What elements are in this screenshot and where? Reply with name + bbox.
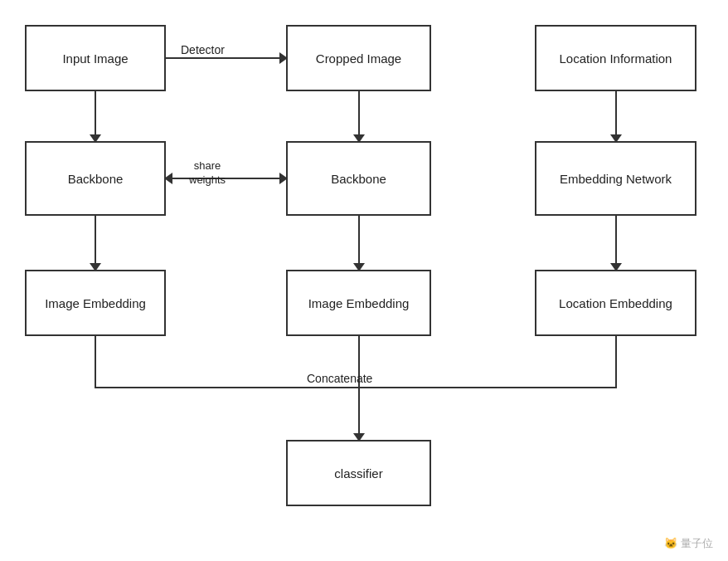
concat-horizontal (95, 387, 617, 388)
location-info-box: Location Information (535, 25, 696, 91)
input-image-box: Input Image (25, 25, 166, 91)
detector-arrowhead (279, 52, 288, 64)
location-embed-box: Location Embedding (535, 270, 696, 336)
concat-left-vertical (95, 336, 96, 388)
cropped-to-backbone-arrowhead (353, 134, 365, 143)
backbone-right-to-embed-arrowhead (353, 263, 365, 271)
image-embed-right-label: Image Embedding (308, 295, 410, 312)
backbone-left-to-embed-line (95, 216, 96, 270)
location-embed-label: Location Embedding (559, 295, 672, 312)
input-to-backbone-arrowhead (90, 134, 101, 143)
location-info-label: Location Information (560, 50, 672, 67)
embedding-network-label: Embedding Network (560, 170, 672, 188)
embedding-to-location-embed-arrowhead (610, 263, 622, 271)
backbone-right-box: Backbone (286, 141, 431, 216)
classifier-box: classifier (286, 440, 431, 506)
image-embed-left-label: Image Embedding (45, 295, 146, 312)
input-image-label: Input Image (62, 50, 128, 67)
share-weights-label: shareweights (189, 159, 226, 188)
backbone-right-label: Backbone (331, 170, 386, 188)
location-to-embedding-arrowhead (610, 134, 622, 143)
detector-arrow-line (166, 57, 286, 59)
diagram: Input Image Cropped Image Location Infor… (0, 0, 728, 561)
concat-to-classifier-arrowhead (353, 433, 365, 441)
watermark: 🐱 量子位 (664, 536, 713, 551)
image-embed-right-box: Image Embedding (286, 270, 431, 336)
backbone-left-label: Backbone (68, 170, 124, 188)
backbone-right-to-embed-line (358, 216, 360, 270)
embedding-to-location-embed-line (615, 216, 617, 270)
cropped-image-label: Cropped Image (316, 50, 401, 67)
backbone-left-box: Backbone (25, 141, 166, 216)
detector-label: Detector (181, 43, 225, 56)
watermark-icon: 🐱 (664, 537, 677, 549)
location-to-embedding-line (615, 91, 617, 141)
cropped-to-backbone-line (358, 91, 360, 141)
concat-right-vertical (615, 336, 617, 388)
cropped-image-box: Cropped Image (286, 25, 431, 91)
embedding-network-box: Embedding Network (535, 141, 696, 216)
image-embed-left-box: Image Embedding (25, 270, 166, 336)
backbone-left-to-embed-arrowhead (90, 263, 101, 271)
share-weights-arrowhead-left (164, 173, 172, 184)
classifier-label: classifier (334, 465, 382, 482)
input-to-backbone-line (95, 91, 96, 141)
watermark-text: 量子位 (681, 537, 713, 549)
concatenate-label: Concatenate (307, 372, 372, 385)
share-weights-arrowhead-right (279, 173, 288, 184)
concat-to-classifier-line (358, 387, 360, 440)
